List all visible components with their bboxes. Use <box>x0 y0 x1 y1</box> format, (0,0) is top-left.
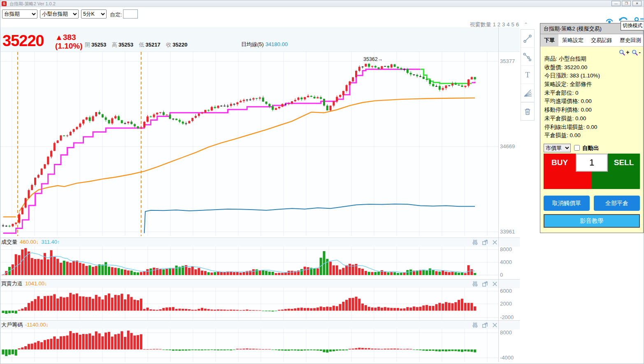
position-info-list: 商品: 小型台指期收盤價: 35220.00今日漲跌: 383 (1.10%)策… <box>544 55 600 140</box>
price-change: ▲383 (1.10%) <box>55 33 83 50</box>
axis-tick-label: 34669 <box>500 143 515 149</box>
cancel-trigger-orders-button[interactable]: 取消觸價單 <box>544 196 590 211</box>
change-points: ▲383 <box>55 33 83 42</box>
price-axis-border <box>498 27 499 362</box>
main-candlestick-chart[interactable] <box>0 52 498 236</box>
zoom-in-sign[interactable]: + <box>626 49 629 56</box>
quantity-input[interactable] <box>576 154 608 172</box>
chips-value: -1140.00↓ <box>25 322 49 328</box>
switch-mode-button[interactable]: 切換模式 <box>621 21 644 30</box>
low-value: 35217 <box>146 42 160 48</box>
zoom-out-sign[interactable]: - <box>639 49 641 56</box>
minimize-button[interactable]: — <box>611 1 621 6</box>
fan-lines-tool-button[interactable] <box>521 84 534 102</box>
trade-panel: 台指期-策略2 (模擬交易) 下單策略設定交易記錄歷史回測 + - 商品: 小型… <box>540 23 644 233</box>
window-count-1[interactable]: 1 <box>493 21 496 28</box>
trash-icon <box>523 107 532 116</box>
indicator-settings-icon[interactable] <box>472 239 478 245</box>
trade-panel-tabs: 下單策略設定交易記錄歷史回測 <box>540 34 643 47</box>
chips-panel-header: 大戶籌碼-1140.00↓ <box>0 321 520 329</box>
axis-tick-label: 6000 <box>500 288 512 294</box>
popout-panel-icon[interactable] <box>482 239 488 245</box>
volume-value-down: 460.00↓ <box>20 239 39 245</box>
info-line-7: 未平倉損益: 0.00 <box>544 114 600 123</box>
order-type-row: 市價單 自動出 <box>544 144 571 153</box>
interval-select[interactable]: 5分K <box>81 9 107 19</box>
big-trader-chips-chart[interactable] <box>0 329 498 362</box>
volume-panel-header: 成交量460.00↓311.40↑ <box>0 238 520 247</box>
high-value: 35253 <box>119 42 133 48</box>
info-line-9: 平倉損益: 0.00 <box>544 131 600 140</box>
close-label: 收 <box>166 42 171 48</box>
axis-tick-label: 4000 <box>500 259 512 265</box>
ohlc-readout: 開35253 高35253 低35217 收35220 <box>85 41 188 49</box>
change-percent: (1.10%) <box>55 42 83 50</box>
volume-title: 成交量 <box>1 239 17 245</box>
toolbar-scroll-up-icon[interactable]: ⌃ <box>524 22 528 28</box>
contract-select[interactable]: 小型台指期 <box>40 9 79 19</box>
buy-sell-power-chart[interactable] <box>0 288 498 320</box>
zoom-out-icon[interactable] <box>632 49 638 56</box>
popout-panel-icon[interactable] <box>482 322 488 328</box>
power-value: 1041.00↓ <box>25 280 47 287</box>
axis-tick-label: 0 <box>500 272 503 278</box>
delete-drawings-button[interactable] <box>521 102 534 120</box>
close-panel-icon[interactable] <box>492 239 498 245</box>
close-panel-icon[interactable] <box>492 322 498 328</box>
trendline-icon <box>523 34 532 44</box>
custom-period-label: 自定: <box>110 11 122 19</box>
fan-lines-icon <box>523 88 532 98</box>
polyline-tool-button[interactable] <box>521 48 534 66</box>
panel-separator <box>0 238 520 238</box>
titlebar: S 台指期-策略2 Ver 1.0.2 — ❐ ✕ <box>0 0 644 7</box>
info-line-4: 未平倉部位: 0 <box>544 89 600 98</box>
app-window: S 台指期-策略2 Ver 1.0.2 — ❐ ✕ 台指期 小型台指期 5分K … <box>0 0 644 364</box>
daily-ma-label: 日均線(5) <box>241 41 264 47</box>
auto-close-checkbox[interactable] <box>574 145 580 151</box>
zoom-in-icon[interactable] <box>619 49 625 56</box>
order-execution-area: BUY SELL <box>544 154 640 189</box>
symbol-select[interactable]: 台指期 <box>2 9 37 19</box>
info-line-8: 停利線出場損益: 0.00 <box>544 123 600 132</box>
close-panel-icon[interactable] <box>492 281 498 287</box>
polyline-icon <box>523 52 532 62</box>
maximize-button[interactable]: ❐ <box>622 1 631 6</box>
power-title: 買賣力道 <box>1 280 23 287</box>
chips-title: 大戶籌碼 <box>1 322 23 328</box>
close-all-positions-button[interactable]: 全部平倉 <box>594 196 640 211</box>
volume-chart[interactable] <box>0 247 498 276</box>
close-button[interactable]: ✕ <box>632 1 642 6</box>
window-count-2[interactable]: 2 <box>498 21 500 28</box>
indicator-settings-icon[interactable] <box>472 322 478 328</box>
popout-panel-icon[interactable] <box>482 281 488 287</box>
buy-button-label[interactable]: BUY <box>544 158 576 167</box>
sell-button-label[interactable]: SELL <box>608 158 640 167</box>
tab-交易記錄[interactable]: 交易記錄 <box>587 34 616 46</box>
app-logo-icon: S <box>2 1 7 6</box>
order-type-select[interactable]: 市價單 <box>544 144 571 152</box>
axis-tick-label: 8000 <box>500 329 512 336</box>
volume-value-up: 311.40↑ <box>41 239 60 245</box>
high-label: 高 <box>112 42 117 48</box>
info-line-2: 今日漲跌: 383 (1.10%) <box>544 72 600 80</box>
chart-zoom-controls: + - <box>619 49 641 56</box>
axis-tick-label: 8000 <box>500 246 512 252</box>
window-count-5[interactable]: 5 <box>511 21 514 28</box>
trendline-tool-button[interactable] <box>521 30 534 48</box>
text-tool-button[interactable]: T <box>521 66 534 84</box>
window-count-6[interactable]: 6 <box>516 21 519 28</box>
indicator-settings-icon[interactable] <box>472 281 478 287</box>
tab-下單[interactable]: 下單 <box>540 34 558 46</box>
window-count-3[interactable]: 3 <box>502 21 505 28</box>
video-tutorial-button[interactable]: 影音教學 <box>544 214 640 228</box>
info-line-1: 收盤價: 35220.00 <box>544 63 600 72</box>
axis-tick-label: 35377 <box>500 58 515 64</box>
custom-period-input[interactable] <box>123 9 138 19</box>
window-count-4[interactable]: 4 <box>507 21 509 28</box>
trade-panel-body: + - 商品: 小型台指期收盤價: 35220.00今日漲跌: 383 (1.1… <box>540 47 643 233</box>
close-value: 35220 <box>172 42 187 48</box>
last-price: 35220 <box>2 32 44 50</box>
tab-策略設定[interactable]: 策略設定 <box>558 34 587 46</box>
tab-歷史回測[interactable]: 歷史回測 <box>616 34 644 46</box>
info-line-3: 策略設定: 全部條件 <box>544 80 600 89</box>
